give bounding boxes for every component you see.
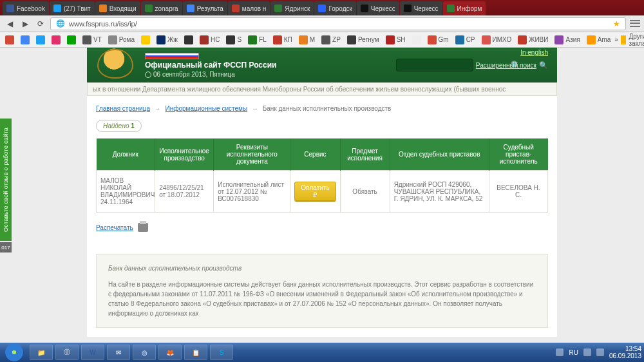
cell-doc: Исполнительный лист от 12.07.2012 № ВС00… bbox=[214, 171, 290, 213]
bookmark-icon bbox=[482, 35, 491, 44]
bookmark-item[interactable]: Азия bbox=[552, 34, 582, 46]
tab-label: Ядринск bbox=[285, 5, 310, 12]
col-subject: Предмет исполнения bbox=[340, 138, 390, 171]
bookmark-icon bbox=[52, 35, 61, 44]
bookmark-item[interactable]: VT bbox=[80, 34, 104, 46]
printer-icon[interactable] bbox=[138, 223, 148, 232]
tb-chrome-icon[interactable]: ◎ bbox=[133, 345, 156, 360]
bookmark-item[interactable]: Жж bbox=[154, 34, 180, 46]
browser-tab[interactable]: Facebook bbox=[3, 1, 49, 15]
bookmark-item[interactable] bbox=[49, 34, 63, 46]
url-input[interactable]: 🌐 www.fssprus.ru/iss/ip/ ★ bbox=[50, 17, 626, 30]
browser-tab[interactable]: Городск bbox=[314, 1, 355, 15]
browser-tab[interactable]: Входящи bbox=[95, 1, 140, 15]
tray-flag-icon[interactable] bbox=[556, 348, 564, 356]
browser-tab[interactable]: Черкесс bbox=[357, 1, 399, 15]
bookmark-label: ZP bbox=[332, 36, 341, 43]
col-officer: Судебный пристав-исполнитель bbox=[489, 138, 547, 171]
bookmark-item[interactable] bbox=[3, 34, 17, 46]
print-link[interactable]: Распечатать bbox=[96, 224, 133, 231]
tb-word-icon[interactable]: W bbox=[81, 345, 104, 360]
bookmark-item[interactable]: HC bbox=[197, 34, 222, 46]
browser-tab[interactable]: Черкесс bbox=[400, 1, 442, 15]
bookmark-icon bbox=[299, 35, 308, 44]
chrome-menu-button[interactable] bbox=[630, 19, 640, 28]
bookmark-person[interactable]: Рома bbox=[106, 34, 137, 46]
browser-tabs: Facebook(27) ТвитВходящиzonapraРезультам… bbox=[0, 0, 644, 15]
system-tray: RU 13:54 06.09.2013 bbox=[556, 345, 641, 359]
bookmark-item[interactable]: ИМХО bbox=[479, 34, 515, 46]
bookmark-item[interactable] bbox=[138, 34, 153, 46]
start-button[interactable] bbox=[3, 343, 26, 361]
bookmark-icon bbox=[67, 35, 76, 44]
back-button[interactable]: ◀ bbox=[4, 18, 15, 30]
tb-explorer-icon[interactable]: 📁 bbox=[30, 345, 53, 360]
browser-tab[interactable]: zonapra bbox=[141, 1, 182, 15]
bookmark-item[interactable]: S bbox=[223, 34, 244, 46]
bookmark-item[interactable] bbox=[182, 34, 196, 46]
bookmark-item[interactable]: Gm bbox=[425, 34, 451, 46]
browser-tab[interactable]: (27) Твит bbox=[50, 1, 95, 15]
bookmark-icon bbox=[428, 35, 437, 44]
bookmark-item[interactable]: СР bbox=[453, 34, 478, 46]
tray-vol-icon[interactable] bbox=[596, 348, 604, 356]
bookmark-icon bbox=[5, 35, 14, 44]
tb-skype-icon[interactable]: S bbox=[210, 345, 233, 360]
bookmark-item[interactable]: M bbox=[296, 34, 317, 46]
pay-button[interactable]: Оплатить ₽ bbox=[294, 182, 336, 201]
info-block: Банк данных исполнительных производств Н… bbox=[96, 254, 548, 328]
lang-english-link[interactable]: In english bbox=[520, 49, 548, 56]
bookmark-item[interactable]: ЖИВИ bbox=[515, 34, 551, 46]
taskbar-pinned: 📁 ⓔ W ✉ ◎ 🦊 📋 S bbox=[30, 345, 233, 360]
col-service: Сервис bbox=[290, 138, 340, 171]
tab-label: Черкесс bbox=[414, 5, 439, 12]
feedback-side-tab[interactable]: Оставьте свой отзыв о работе сайта bbox=[0, 119, 12, 241]
bookmark-item[interactable] bbox=[18, 34, 32, 46]
bookmark-item[interactable] bbox=[410, 34, 424, 46]
tb-ie-icon[interactable]: ⓔ bbox=[55, 345, 79, 360]
bookmark-item[interactable] bbox=[33, 34, 48, 46]
col-debtor: Должник bbox=[97, 138, 155, 171]
bookmark-item[interactable]: SH bbox=[383, 34, 408, 46]
bookmark-label: КП bbox=[284, 36, 292, 43]
breadcrumb: Главная страница → Информационные систем… bbox=[96, 105, 548, 112]
favicon-icon bbox=[447, 5, 455, 12]
site-search: 🔍 bbox=[396, 59, 473, 71]
reload-button[interactable]: ⟳ bbox=[35, 18, 46, 30]
tb-mail-icon[interactable]: ✉ bbox=[107, 345, 130, 360]
tray-clock[interactable]: 13:54 06.09.2013 bbox=[609, 345, 641, 359]
tray-lang[interactable]: RU bbox=[569, 349, 578, 356]
main-content: Главная страница → Информационные систем… bbox=[87, 96, 557, 337]
bookmark-item[interactable]: ZP bbox=[319, 34, 343, 46]
table-header-row: Должник Исполнительное производство Рекв… bbox=[97, 138, 548, 171]
advanced-search-link[interactable]: Расширенный поиск bbox=[476, 62, 536, 69]
bookmark-star-icon[interactable]: ★ bbox=[613, 19, 620, 28]
address-bar: ◀ ▶ ⟳ 🌐 www.fssprus.ru/iss/ip/ ★ bbox=[0, 15, 644, 32]
tab-label: (27) Твит bbox=[64, 5, 91, 12]
bookmark-label: S bbox=[237, 36, 242, 43]
browser-tab[interactable]: Результа bbox=[183, 1, 227, 15]
bookmark-icon bbox=[273, 35, 282, 44]
bookmarks-bar: VTРомаЖжHCSFLКПMZPРегнумSHGmСРИМХОЖИВИАз… bbox=[0, 32, 644, 48]
crumb-home[interactable]: Главная страница bbox=[96, 105, 150, 112]
browser-tab[interactable]: малов н bbox=[228, 1, 270, 15]
favicon-icon bbox=[318, 5, 326, 12]
crumb-systems[interactable]: Информационные системы bbox=[166, 105, 248, 112]
forward-button[interactable]: ▶ bbox=[19, 18, 31, 30]
bookmark-item[interactable]: FL bbox=[245, 34, 269, 46]
browser-tab[interactable]: Ядринск bbox=[270, 1, 314, 15]
bookmark-item[interactable]: Ama bbox=[584, 34, 614, 46]
tb-firefox-icon[interactable]: 🦊 bbox=[158, 345, 182, 360]
tb-notes-icon[interactable]: 📋 bbox=[184, 345, 207, 360]
bookmark-icon bbox=[455, 35, 464, 44]
favicon-icon bbox=[232, 5, 240, 12]
bookmarks-overflow[interactable]: » Другие закладки bbox=[614, 33, 644, 47]
browser-tab[interactable]: Информ bbox=[443, 1, 486, 15]
bookmark-item[interactable]: КП bbox=[270, 34, 295, 46]
favicon-icon bbox=[99, 5, 107, 12]
cell-case: 24896/12/25/21 от 18.07.2012 bbox=[155, 171, 214, 213]
favicon-icon bbox=[187, 5, 194, 12]
tray-net-icon[interactable] bbox=[583, 348, 591, 356]
bookmark-item[interactable] bbox=[64, 34, 79, 46]
bookmark-item[interactable]: Регнум bbox=[345, 34, 382, 46]
